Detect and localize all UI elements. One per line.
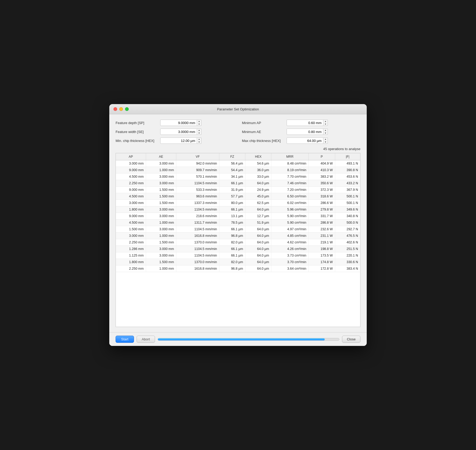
max-chip-thickness-row: Max chip thickness [HEX] ▲ ▼ <box>242 137 360 144</box>
table-cell: 232.6 W <box>308 226 335 233</box>
table-cell: 372.3 W <box>308 187 335 193</box>
close-button[interactable]: Close <box>342 336 360 343</box>
col-header-f: |F| <box>335 153 360 160</box>
table-cell: 64.0 µm <box>245 252 271 259</box>
table-row: 4.500 mm1.500 mm963.6 mm/min57.7 µm45.0 … <box>116 193 360 200</box>
table-cell: 219.1 W <box>308 239 335 246</box>
table-cell: 410.3 W <box>308 167 335 173</box>
table-cell: 57.7 µm <box>219 193 245 200</box>
traffic-lights <box>113 107 129 111</box>
results-table: AP AE VF FZ HEX MRR P |F| 3.000 mm3.000 … <box>116 153 360 272</box>
table-cell: 390.8 N <box>335 167 360 173</box>
table-cell: 45.0 µm <box>245 193 271 200</box>
results-table-container[interactable]: AP AE VF FZ HEX MRR P |F| 3.000 mm3.000 … <box>116 153 360 327</box>
table-cell: 56.4 µm <box>219 160 245 167</box>
start-button[interactable]: Start <box>116 336 134 343</box>
table-cell: 3.000 mm <box>116 200 146 206</box>
min-chip-thickness-input-wrapper: ▲ ▼ <box>160 137 234 144</box>
table-cell: 3.000 mm <box>146 226 176 233</box>
table-cell: 1.500 mm <box>146 193 176 200</box>
table-body: 3.000 mm3.000 mm942.0 mm/min56.4 µm54.6 … <box>116 160 360 272</box>
progress-bar-fill <box>158 338 325 340</box>
table-cell: 402.6 N <box>335 239 360 246</box>
table-cell: 24.9 µm <box>245 187 271 193</box>
table-cell: 34.1 µm <box>219 173 245 180</box>
table-cell: 1337.3 mm/min <box>176 200 219 206</box>
main-window: Parameter Set Optimization Feature depth… <box>109 104 367 346</box>
minimum-ap-up[interactable]: ▲ <box>323 120 328 123</box>
table-row: 9.000 mm3.000 mm218.6 mm/min13.1 µm12.7 … <box>116 213 360 219</box>
table-cell: 62.5 µm <box>245 200 271 206</box>
feature-depth-stepper[interactable]: ▲ ▼ <box>197 120 201 126</box>
minimum-ap-down[interactable]: ▼ <box>323 123 328 126</box>
feature-width-row: Feature width [SE] ▲ ▼ <box>116 129 234 135</box>
minimum-ap-stepper[interactable]: ▲ ▼ <box>323 120 328 126</box>
table-cell: 1.500 mm <box>146 259 176 265</box>
table-cell: 1.500 mm <box>146 200 176 206</box>
table-cell: 66.1 µm <box>219 206 245 213</box>
table-row: 1.125 mm3.000 mm1104.5 mm/min66.1 µm64.0… <box>116 252 360 259</box>
table-cell: 4.85 cm³/min <box>271 233 309 239</box>
feature-width-input-wrapper: ▲ ▼ <box>160 129 234 135</box>
max-chip-thickness-stepper[interactable]: ▲ ▼ <box>323 137 328 144</box>
table-row: 3.000 mm3.000 mm942.0 mm/min56.4 µm54.6 … <box>116 160 360 167</box>
feature-width-stepper[interactable]: ▲ ▼ <box>197 129 201 135</box>
table-row: 4.500 mm1.000 mm1311.7 mm/min78.5 µm51.9… <box>116 219 360 226</box>
table-cell: 383.2 W <box>308 173 335 180</box>
feature-width-input[interactable] <box>160 129 197 135</box>
minimum-ap-input[interactable] <box>287 120 323 126</box>
table-cell: 1.000 mm <box>146 233 176 239</box>
table-cell: 476.5 N <box>335 233 360 239</box>
table-cell: 1616.8 mm/min <box>176 233 219 239</box>
minimum-ae-up[interactable]: ▲ <box>323 129 328 132</box>
max-chip-thickness-input[interactable] <box>287 137 323 144</box>
table-cell: 1370.0 mm/min <box>176 259 219 265</box>
feature-width-label: Feature width [SE] <box>116 130 158 134</box>
table-row: 1.800 mm3.000 mm1104.5 mm/min66.1 µm64.0… <box>116 206 360 213</box>
max-chip-thickness-down[interactable]: ▼ <box>323 141 328 144</box>
min-chip-thickness-stepper[interactable]: ▲ ▼ <box>197 137 201 144</box>
minimize-window-button[interactable] <box>119 107 123 111</box>
table-cell: 500.1 N <box>335 193 360 200</box>
table-row: 4.500 mm3.000 mm570.1 mm/min34.1 µm33.0 … <box>116 173 360 180</box>
table-cell: 13.1 µm <box>219 213 245 219</box>
feature-width-up[interactable]: ▲ <box>197 129 201 132</box>
table-cell: 64.0 µm <box>245 206 271 213</box>
col-header-ae: AE <box>146 153 176 160</box>
feature-width-down[interactable]: ▼ <box>197 132 201 135</box>
feature-depth-label: Feature depth [SP] <box>116 121 158 125</box>
table-row: 9.000 mm1.500 mm533.3 mm/min31.9 µm24.9 … <box>116 187 360 193</box>
minimum-ae-stepper[interactable]: ▲ ▼ <box>323 129 328 135</box>
min-chip-thickness-up[interactable]: ▲ <box>197 138 201 141</box>
max-chip-thickness-up[interactable]: ▲ <box>323 138 328 141</box>
maximize-window-button[interactable] <box>125 107 129 111</box>
feature-depth-down[interactable]: ▼ <box>197 123 201 126</box>
minimum-ae-input[interactable] <box>287 129 323 135</box>
table-cell: 64.0 µm <box>245 259 271 265</box>
table-cell: 3.000 mm <box>146 180 176 187</box>
col-header-fz: FZ <box>219 153 245 160</box>
minimum-ae-down[interactable]: ▼ <box>323 132 328 135</box>
table-cell: 1.500 mm <box>116 226 146 233</box>
table-cell: 220.1 N <box>335 252 360 259</box>
table-cell: 1.000 mm <box>146 167 176 173</box>
table-cell: 493.1 N <box>335 160 360 167</box>
footer: Start Abort Close <box>109 332 367 346</box>
min-chip-thickness-input[interactable] <box>160 137 197 144</box>
table-cell: 78.5 µm <box>219 219 245 226</box>
feature-depth-up[interactable]: ▲ <box>197 120 201 123</box>
table-cell: 82.0 µm <box>219 259 245 265</box>
close-window-button[interactable] <box>113 107 117 111</box>
table-cell: 80.0 µm <box>219 200 245 206</box>
abort-button[interactable]: Abort <box>137 336 155 343</box>
table-cell: 1104.5 mm/min <box>176 206 219 213</box>
feature-depth-input[interactable] <box>160 120 197 126</box>
table-cell: 64.0 µm <box>245 233 271 239</box>
feature-depth-input-wrapper: ▲ ▼ <box>160 120 234 126</box>
table-cell: 82.0 µm <box>219 239 245 246</box>
min-chip-thickness-down[interactable]: ▼ <box>197 141 201 144</box>
table-cell: 500.0 N <box>335 219 360 226</box>
parameter-form: Feature depth [SP] ▲ ▼ Minimum AP ▲ ▼ <box>116 120 360 144</box>
table-row: 9.000 mm1.000 mm909.7 mm/min54.4 µm36.0 … <box>116 167 360 173</box>
window-title: Parameter Set Optimization <box>217 107 259 111</box>
